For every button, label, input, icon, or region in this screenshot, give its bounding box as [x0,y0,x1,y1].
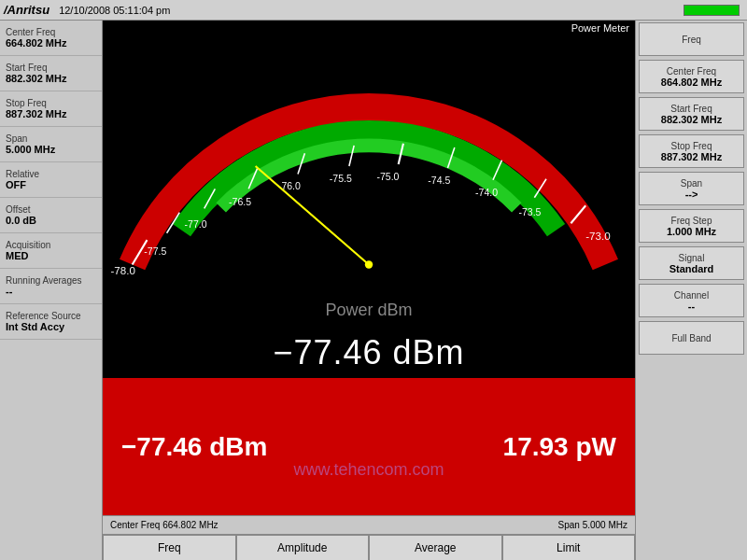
reference-source-item[interactable]: Reference Source Int Std Accy [0,304,102,340]
reading-large: −77.46 dBm [103,324,635,378]
center-freq-label: Center Freq [6,27,96,37]
svg-text:-78.0: -78.0 [110,264,134,276]
offset-value: 0.0 dB [6,215,96,226]
reference-source-label: Reference Source [6,311,96,321]
running-averages-value: -- [6,286,96,297]
logo: /Anritsu [4,3,49,17]
stop-freq-item[interactable]: Stop Freq 887.302 MHz [0,91,102,127]
bottom-span: Span 5.000 MHz [558,520,628,530]
power-meter-label: Power Meter [103,21,635,35]
pw-value: 17.93 pW [503,432,616,462]
svg-text:-77.0: -77.0 [185,218,207,230]
span-item[interactable]: Span 5.000 MHz [0,127,102,162]
gauge-svg: -78.0 -77.5 -77.0 -76.5 -76.0 -75.5 [103,35,635,297]
bottom-center-freq: Center Freq 664.802 MHz [110,520,218,530]
gauge-area: -78.0 -77.5 -77.0 -76.5 -76.0 -75.5 [103,35,635,297]
start-freq-item[interactable]: Start Freq 882.302 MHz [0,56,102,91]
right-btn-freq-step-label: Freq Step [671,216,712,226]
dbm-value: −77.46 dBm [121,432,267,462]
offset-item[interactable]: Offset 0.0 dB [0,198,102,233]
running-averages-item[interactable]: Running Averages -- [0,269,102,304]
right-btn-stop-freq-value: 887.302 MHz [661,151,722,162]
relative-label: Relative [6,169,96,179]
tab-bar: Freq Amplitude Average Limit [103,534,635,560]
right-btn-full-band[interactable]: Full Band [639,321,744,355]
right-btn-channel-label: Channel [674,290,709,301]
svg-text:-73.5: -73.5 [518,206,541,217]
relative-value: OFF [6,179,96,190]
center-wrapper: Power Meter -78.0 -77.5 [103,21,635,560]
svg-text:-73.0: -73.0 [585,230,610,242]
right-btn-center-freq-label: Center Freq [667,66,716,77]
reference-source-value: Int Std Accy [6,321,96,332]
svg-text:-77.5: -77.5 [144,245,166,257]
right-btn-start-freq-value: 882.302 MHz [661,114,722,125]
power-dbm-label: Power dBm [103,297,635,324]
stop-freq-value: 887.302 MHz [6,108,96,119]
left-panel: Center Freq 664.802 MHz Start Freq 882.3… [0,21,103,560]
svg-point-23 [365,260,373,268]
svg-text:-74.5: -74.5 [428,175,450,186]
right-btn-span[interactable]: Span --> [639,172,744,205]
center-freq-item[interactable]: Center Freq 664.802 MHz [0,21,102,56]
center-area: Power Meter -78.0 -77.5 [103,21,635,515]
tab-limit[interactable]: Limit [502,535,636,560]
svg-text:-74.0: -74.0 [475,187,498,198]
right-btn-center-freq-value: 864.802 MHz [661,77,722,88]
bottom-status-bar: Center Freq 664.802 MHz Span 5.000 MHz [103,515,635,534]
svg-text:-75.0: -75.0 [376,171,399,182]
right-btn-start-freq-label: Start Freq [670,104,712,114]
acquisition-label: Acquisition [6,240,96,250]
top-bar: /Anritsu 12/10/2008 05:11:04 pm [0,0,747,21]
svg-text:-76.5: -76.5 [229,196,251,207]
tab-average[interactable]: Average [369,535,502,560]
tab-amplitude[interactable]: Amplitude [236,535,370,560]
bottom-red-bar: −77.46 dBm 17.93 pW www.tehencom.com [103,378,635,515]
right-btn-channel-value: -- [688,301,695,312]
right-panel: Freq Center Freq 864.802 MHz Start Freq … [635,21,747,560]
relative-item[interactable]: Relative OFF [0,162,102,198]
right-btn-freq-step[interactable]: Freq Step 1.000 MHz [639,209,744,243]
right-btn-full-band-label: Full Band [671,333,711,343]
right-btn-stop-freq[interactable]: Stop Freq 887.302 MHz [639,134,744,168]
right-btn-center-freq[interactable]: Center Freq 864.802 MHz [639,60,744,93]
right-btn-span-value: --> [685,189,698,200]
main-layout: Center Freq 664.802 MHz Start Freq 882.3… [0,21,747,560]
start-freq-label: Start Freq [6,63,96,73]
battery-icon [684,5,740,16]
acquisition-value: MED [6,250,96,261]
right-btn-signal-label: Signal [679,253,705,263]
datetime: 12/10/2008 05:11:04 pm [59,5,684,16]
watermark: www.tehencom.com [293,460,444,480]
span-value: 5.000 MHz [6,144,96,155]
right-btn-start-freq[interactable]: Start Freq 882.302 MHz [639,97,744,131]
running-averages-label: Running Averages [6,275,96,286]
right-btn-signal[interactable]: Signal Standard [639,246,744,280]
center-freq-value: 664.802 MHz [6,37,96,49]
svg-text:-75.5: -75.5 [330,173,352,184]
span-label: Span [6,133,96,144]
tab-freq[interactable]: Freq [103,535,236,560]
right-btn-span-label: Span [681,178,702,189]
right-btn-signal-value: Standard [669,263,714,274]
right-btn-freq-label: Freq [682,35,701,45]
offset-label: Offset [6,204,96,215]
right-btn-freq[interactable]: Freq [639,22,744,56]
acquisition-item[interactable]: Acquisition MED [0,233,102,269]
start-freq-value: 882.302 MHz [6,73,96,84]
right-btn-stop-freq-label: Stop Freq [671,141,712,151]
right-btn-freq-step-value: 1.000 MHz [667,226,716,237]
stop-freq-label: Stop Freq [6,98,96,108]
right-btn-channel[interactable]: Channel -- [639,284,744,317]
